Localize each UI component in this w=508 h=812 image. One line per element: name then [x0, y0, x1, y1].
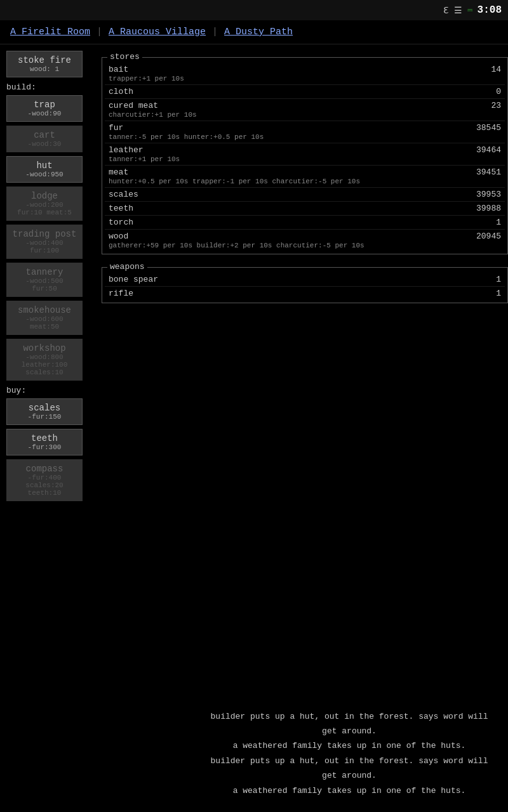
build-smokehouse-cost2: meat:50 — [10, 323, 79, 331]
store-torch-count: 1 — [496, 218, 501, 227]
store-meat-count: 39451 — [476, 167, 501, 177]
stores-section: stores bait trapper:+1 per 10s 14 cloth … — [102, 57, 508, 254]
build-lodge-label: lodge — [10, 191, 79, 201]
build-lodge-button[interactable]: lodge -wood:200 fur:10 meat:5 — [6, 187, 83, 221]
build-workshop-cost3: scales:10 — [10, 369, 79, 376]
build-trading-post-cost: -wood:400 — [10, 239, 79, 247]
buy-compass-label: compass — [10, 464, 79, 474]
store-meat-name: meat — [109, 167, 476, 177]
build-trading-post-cost2: fur:100 — [10, 247, 79, 254]
stoke-fire-button[interactable]: stoke fire wood: 1 — [6, 51, 83, 77]
store-row-leather: leather tanner:+1 per 10s 39464 — [105, 143, 505, 166]
main-layout: stoke fire wood: 1 build: trap -wood:90 … — [0, 44, 508, 811]
store-leather-info: tanner:+1 per 10s — [109, 155, 476, 163]
tab-firelit-room[interactable]: A Firelit Room — [10, 27, 90, 37]
store-cloth-count: 0 — [496, 87, 501, 96]
store-row-meat: meat hunter:+0.5 per 10s trapper:-1 per … — [105, 166, 505, 188]
store-cured-meat-info: charcutier:+1 per 10s — [109, 111, 491, 119]
content-area: stores bait trapper:+1 per 10s 14 cloth … — [102, 51, 508, 804]
build-hut-label: hut — [10, 160, 79, 171]
store-meat-info: hunter:+0.5 per 10s trapper:-1 per 10s c… — [109, 178, 476, 185]
store-cured-meat-count: 23 — [491, 101, 501, 110]
build-hut-button[interactable]: hut -wood:950 — [6, 156, 83, 183]
log-line-1: builder puts up a hut, out in the forest… — [203, 709, 495, 739]
weapon-rifle-name: rifle — [109, 289, 496, 298]
buy-teeth-cost: -fur:300 — [10, 443, 79, 451]
clock: 3:08 — [478, 4, 502, 16]
store-bait-info: trapper:+1 per 10s — [109, 75, 491, 82]
weapon-row-bone-spear: bone spear 1 — [105, 273, 505, 287]
buy-scales-cost: -fur:150 — [10, 413, 79, 421]
build-cart-cost: -wood:30 — [10, 140, 79, 148]
store-teeth-count: 39988 — [476, 204, 501, 213]
weapon-row-rifle: rifle 1 — [105, 287, 505, 300]
buy-label: buy: — [6, 386, 95, 395]
store-leather-name: leather — [109, 145, 476, 155]
store-leather-count: 39464 — [476, 145, 501, 155]
buy-scales-button[interactable]: scales -fur:150 — [6, 398, 83, 425]
buy-scales-label: scales — [10, 403, 79, 413]
build-lodge-cost: -wood:200 — [10, 201, 79, 209]
build-trap-button[interactable]: trap -wood:90 — [6, 95, 83, 122]
log-panel: builder puts up a hut, out in the forest… — [190, 703, 508, 804]
build-trap-label: trap — [10, 100, 79, 110]
weapon-bone-spear-name: bone spear — [109, 275, 496, 284]
store-torch-name: torch — [109, 218, 496, 227]
store-row-wood: wood gatherer:+59 per 10s builder:+2 per… — [105, 230, 505, 251]
buy-compass-button[interactable]: compass -fur:400 scales:20 teeth:10 — [6, 459, 83, 501]
build-cart-button[interactable]: cart -wood:30 — [6, 126, 83, 152]
nav-tabs: A Firelit Room | A Raucous Village | A D… — [0, 20, 508, 44]
build-tannery-button[interactable]: tannery -wood:500 fur:50 — [6, 263, 83, 297]
store-wood-info: gatherer:+59 per 10s builder:+2 per 10s … — [109, 242, 476, 249]
tab-raucous-village[interactable]: A Raucous Village — [109, 27, 206, 37]
store-cloth-name: cloth — [109, 87, 496, 96]
build-workshop-button[interactable]: workshop -wood:800 leather:100 scales:10 — [6, 339, 83, 381]
store-row-cloth: cloth 0 — [105, 85, 505, 99]
store-bait-count: 14 — [491, 65, 501, 74]
nav-sep-1: | — [97, 27, 102, 37]
store-wood-name: wood — [109, 232, 476, 241]
store-row-torch: torch 1 — [105, 216, 505, 230]
log-line-2: a weathered family takes up in one of th… — [203, 738, 495, 753]
tab-dusty-path[interactable]: A Dusty Path — [224, 27, 293, 37]
left-panel: stoke fire wood: 1 build: trap -wood:90 … — [0, 51, 102, 804]
weapons-header: weapons — [107, 262, 147, 272]
build-lodge-cost2: fur:10 meat:5 — [10, 209, 79, 216]
buy-compass-cost3: teeth:10 — [10, 489, 79, 497]
build-cart-label: cart — [10, 130, 79, 140]
network-icon: ℇ — [443, 5, 449, 16]
store-row-cured-meat: cured meat charcutier:+1 per 10s 23 — [105, 99, 505, 121]
store-cured-meat-name: cured meat — [109, 101, 491, 110]
buy-teeth-button[interactable]: teeth -fur:300 — [6, 429, 83, 455]
buy-compass-cost: -fur:400 — [10, 474, 79, 481]
store-bait-name: bait — [109, 65, 491, 74]
build-smokehouse-cost: -wood:600 — [10, 315, 79, 323]
store-scales-name: scales — [109, 190, 476, 199]
build-workshop-label: workshop — [10, 343, 79, 353]
status-bar: ℇ ☰ ⎓ 3:08 — [0, 0, 508, 20]
weapons-section: weapons bone spear 1 rifle 1 — [102, 267, 508, 303]
store-fur-name: fur — [109, 123, 476, 133]
build-tannery-label: tannery — [10, 267, 79, 277]
build-hut-cost: -wood:950 — [10, 171, 79, 178]
store-row-teeth: teeth 39988 — [105, 202, 505, 216]
stoke-fire-label: stoke fire — [10, 55, 79, 65]
store-wood-count: 20945 — [476, 232, 501, 241]
store-row-scales: scales 39953 — [105, 188, 505, 202]
store-fur-info: tanner:-5 per 10s hunter:+0.5 per 10s — [109, 133, 476, 141]
store-row-bait: bait trapper:+1 per 10s 14 — [105, 63, 505, 85]
buy-teeth-label: teeth — [10, 433, 79, 443]
build-workshop-cost: -wood:800 — [10, 353, 79, 361]
build-smokehouse-button[interactable]: smokehouse -wood:600 meat:50 — [6, 301, 83, 335]
stores-header: stores — [107, 52, 142, 62]
build-tannery-cost: -wood:500 — [10, 277, 79, 285]
signal-icon: ☰ — [454, 5, 462, 16]
store-scales-count: 39953 — [476, 190, 501, 199]
log-line-4: a weathered family takes up in one of th… — [203, 783, 495, 798]
nav-sep-2: | — [212, 27, 218, 37]
build-trap-cost: -wood:90 — [10, 110, 79, 117]
build-trading-post-label: trading post — [10, 229, 79, 239]
build-trading-post-button[interactable]: trading post -wood:400 fur:100 — [6, 225, 83, 259]
build-tannery-cost2: fur:50 — [10, 285, 79, 292]
log-line-3: builder puts up a hut, out in the forest… — [203, 754, 495, 783]
